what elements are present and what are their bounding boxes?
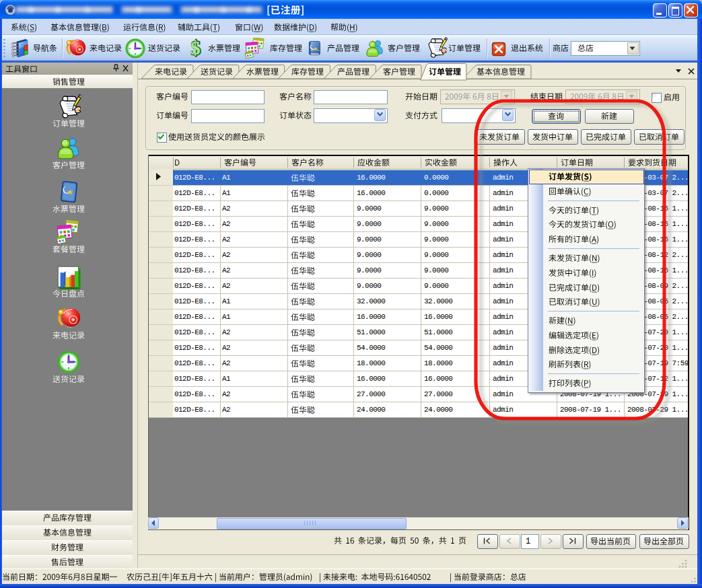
svg-text:$: $ xyxy=(190,38,200,59)
